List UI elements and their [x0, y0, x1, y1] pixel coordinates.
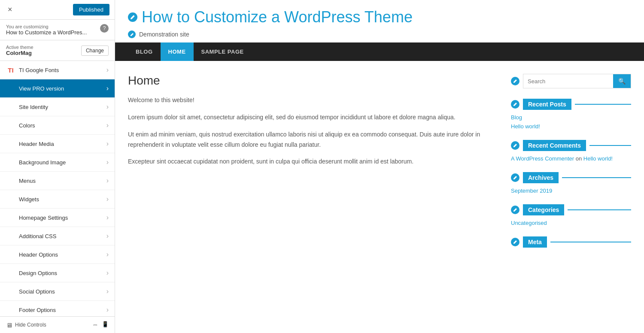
- sidebar-widgets: 🔍 Recent Posts Blog Hello world!: [511, 74, 631, 258]
- chevron-right-icon: ›: [106, 158, 109, 166]
- search-button[interactable]: 🔍: [613, 74, 631, 88]
- chevron-right-icon: ›: [106, 66, 109, 74]
- recent-posts-title: Recent Posts: [523, 99, 571, 110]
- nav-item-sample-page[interactable]: SAMPLE PAGE: [194, 42, 252, 61]
- preview-area: How to Customize a WordPress Theme Demon…: [115, 0, 644, 333]
- site-header: How to Customize a WordPress Theme Demon…: [115, 0, 644, 42]
- recent-posts-widget: Recent Posts Blog Hello world!: [511, 99, 631, 130]
- close-button[interactable]: ×: [5, 4, 15, 15]
- recent-post-hello-world[interactable]: Hello world!: [511, 123, 631, 130]
- recent-comments-title-row: Recent Comments: [511, 140, 631, 151]
- archives-sep-2019[interactable]: September 2019: [511, 188, 631, 194]
- page-paragraph-2: Ut enim ad minim veniam, quis nostrud ex…: [128, 130, 498, 150]
- chevron-right-icon: ›: [106, 121, 109, 129]
- active-theme-label: Active theme: [6, 45, 33, 50]
- chevron-right-icon: ›: [106, 269, 109, 277]
- chevron-right-icon: ›: [106, 306, 109, 314]
- search-input[interactable]: [523, 74, 613, 88]
- sidebar-menu: TI TI Google Fonts › View PRO version › …: [0, 61, 115, 316]
- ti-icon: TI: [6, 67, 15, 74]
- device-icons-group: ⎓ 📱: [93, 321, 109, 329]
- customizing-site-name: How to Customize a WordPres...: [6, 29, 87, 36]
- page-paragraph-0: Welcome to this website!: [128, 95, 498, 106]
- sidebar-item-label: Widgets: [19, 196, 106, 203]
- active-theme-name: ColorMag: [6, 50, 33, 56]
- site-tagline-edit-icon[interactable]: [128, 30, 136, 38]
- chevron-right-icon: ›: [106, 85, 109, 92]
- hide-controls-button[interactable]: 🖥 Hide Controls: [6, 321, 46, 329]
- search-widget: 🔍: [511, 74, 631, 88]
- navigation-bar: BLOG HOME SAMPLE PAGE: [115, 42, 644, 61]
- recent-comments-title-line: [589, 145, 631, 146]
- category-uncategorised[interactable]: Uncategorised: [511, 220, 631, 226]
- sidebar-item-view-pro[interactable]: View PRO version ›: [0, 79, 115, 98]
- sidebar-item-additional-css[interactable]: Additional CSS ›: [0, 227, 115, 245]
- sidebar-item-label: Footer Options: [19, 307, 106, 313]
- chevron-right-icon: ›: [106, 195, 109, 203]
- content-area: Home Welcome to this website! Lorem ipsu…: [115, 61, 644, 271]
- recent-posts-title-line: [575, 104, 631, 105]
- chevron-right-icon: ›: [106, 103, 109, 111]
- sidebar-item-label: Social Options: [19, 288, 106, 295]
- sidebar-item-google-fonts[interactable]: TI TI Google Fonts ›: [0, 61, 115, 79]
- archives-edit-icon[interactable]: [511, 173, 519, 182]
- sidebar-item-label: Site Identity: [19, 104, 106, 110]
- sidebar-item-label: Additional CSS: [19, 233, 106, 239]
- site-tagline-row: Demonstration site: [128, 30, 189, 38]
- commenter-link[interactable]: A WordPress Commenter: [511, 155, 574, 162]
- archives-title-line: [562, 177, 631, 178]
- archives-title: Archives: [523, 172, 559, 183]
- sidebar-item-site-identity[interactable]: Site Identity ›: [0, 98, 115, 116]
- monitor-icon: 🖥: [6, 321, 12, 329]
- meta-title: Meta: [523, 236, 547, 248]
- commented-post-link[interactable]: Hello world!: [583, 155, 613, 162]
- chevron-right-icon: ›: [106, 251, 109, 258]
- archives-widget: Archives September 2019: [511, 172, 631, 194]
- recent-posts-edit-icon[interactable]: [511, 100, 519, 109]
- mobile-icon[interactable]: 📱: [102, 321, 109, 329]
- published-button[interactable]: Published: [73, 4, 109, 15]
- sidebar-item-footer-options[interactable]: Footer Options ›: [0, 301, 115, 316]
- page-paragraph-1: Lorem ipsum dolor sit amet, consectetur …: [128, 112, 498, 123]
- sidebar-item-social-options[interactable]: Social Options ›: [0, 282, 115, 301]
- sidebar-item-label: Colors: [19, 122, 106, 129]
- recent-comments-edit-icon[interactable]: [511, 141, 519, 150]
- recent-posts-title-row: Recent Posts: [511, 99, 631, 110]
- sidebar-item-label: Header Options: [19, 251, 106, 258]
- recent-comments-widget: Recent Comments A WordPress Commenter on…: [511, 140, 631, 162]
- page-paragraph-3: Excepteur sint occaecat cupidatat non pr…: [128, 157, 498, 167]
- sidebar-item-widgets[interactable]: Widgets ›: [0, 190, 115, 209]
- sidebar-item-design-options[interactable]: Design Options ›: [0, 264, 115, 282]
- meta-edit-icon[interactable]: [511, 238, 519, 246]
- meta-title-row: Meta: [511, 236, 631, 248]
- chevron-right-icon: ›: [106, 232, 109, 240]
- chevron-right-icon: ›: [106, 177, 109, 185]
- recent-comments-text: A WordPress Commenter on Hello world!: [511, 155, 631, 162]
- hide-controls-label: Hide Controls: [15, 322, 46, 328]
- search-widget-edit-icon[interactable]: [511, 77, 519, 85]
- site-title-edit-icon[interactable]: [128, 12, 137, 22]
- sidebar-item-menus[interactable]: Menus ›: [0, 172, 115, 190]
- categories-title: Categories: [523, 204, 564, 215]
- sidebar-item-colors[interactable]: Colors ›: [0, 116, 115, 135]
- nav-item-home[interactable]: HOME: [161, 42, 194, 61]
- recent-post-blog[interactable]: Blog: [511, 114, 631, 121]
- sidebar-item-label: Menus: [19, 178, 106, 184]
- sidebar-item-label: Design Options: [19, 270, 106, 276]
- sidebar-item-label: View PRO version: [19, 85, 106, 92]
- tablet-icon[interactable]: ⎓: [93, 321, 97, 329]
- recent-comments-title: Recent Comments: [523, 140, 586, 151]
- sidebar-item-background-image[interactable]: Background Image ›: [0, 153, 115, 172]
- sidebar-item-header-options[interactable]: Header Options ›: [0, 245, 115, 264]
- customizer-sidebar: × Published You are customizing How to C…: [0, 0, 115, 333]
- sidebar-footer: 🖥 Hide Controls ⎓ 📱: [0, 316, 115, 333]
- sidebar-item-homepage-settings[interactable]: Homepage Settings ›: [0, 209, 115, 227]
- categories-title-row: Categories: [511, 204, 631, 215]
- sidebar-item-header-media[interactable]: Header Media ›: [0, 135, 115, 153]
- help-icon[interactable]: ?: [100, 24, 109, 33]
- nav-item-blog[interactable]: BLOG: [128, 42, 161, 61]
- change-theme-button[interactable]: Change: [81, 45, 109, 56]
- sidebar-item-label: Homepage Settings: [19, 215, 106, 221]
- categories-edit-icon[interactable]: [511, 206, 519, 214]
- customizing-info: You are customizing How to Customize a W…: [0, 20, 115, 40]
